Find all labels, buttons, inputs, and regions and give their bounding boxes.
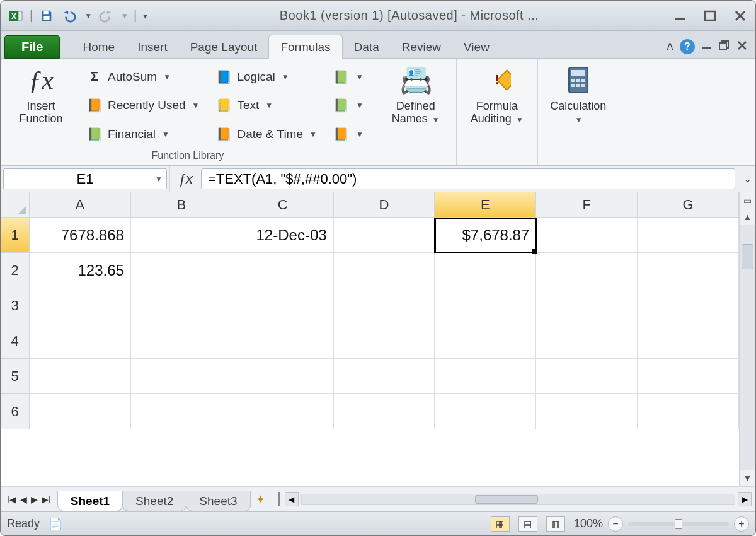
cell-C3[interactable] xyxy=(232,288,334,323)
financial-button[interactable]: 📗Financial ▼ xyxy=(84,125,202,144)
cell-A5[interactable] xyxy=(30,359,131,394)
workbook-minimize-icon[interactable] xyxy=(701,40,713,54)
hscroll-left-icon[interactable]: ◀ xyxy=(285,492,299,506)
tab-page-layout[interactable]: Page Layout xyxy=(179,35,269,58)
formula-auditing-button[interactable]: ! FormulaAuditing ▼ xyxy=(466,62,529,149)
column-header-E[interactable]: E xyxy=(435,192,536,218)
cell-E2[interactable] xyxy=(435,253,536,288)
formula-bar-expand-icon[interactable]: ⌄ xyxy=(739,166,755,192)
cell-E1[interactable]: $7,678.87 xyxy=(435,218,536,253)
tab-formulas[interactable]: Formulas xyxy=(268,35,342,59)
cell-F3[interactable] xyxy=(536,288,638,323)
sheet-tab-sheet1[interactable]: Sheet1 xyxy=(57,491,123,511)
hscroll-right-icon[interactable]: ▶ xyxy=(738,492,752,506)
cell-F2[interactable] xyxy=(536,253,638,288)
tab-insert[interactable]: Insert xyxy=(126,35,179,58)
help-button[interactable]: ? xyxy=(680,39,695,54)
sheet-nav-first-icon[interactable]: I◀ xyxy=(7,494,16,504)
cell-E4[interactable] xyxy=(435,323,536,359)
row-header-1[interactable]: 1 xyxy=(1,218,30,253)
cell-F5[interactable] xyxy=(536,359,638,394)
sheet-nav-next-icon[interactable]: ▶ xyxy=(31,494,38,504)
zoom-in-button[interactable]: + xyxy=(734,516,749,532)
cell-D6[interactable] xyxy=(334,394,435,429)
cell-G3[interactable] xyxy=(638,288,739,323)
sheet-tab-sheet2[interactable]: Sheet2 xyxy=(122,491,186,511)
hscroll-thumb[interactable] xyxy=(475,495,538,504)
cell-G5[interactable] xyxy=(638,359,739,394)
column-header-F[interactable]: F xyxy=(536,192,638,218)
horizontal-scrollbar[interactable]: ┃ ◀ ▶ xyxy=(272,492,755,506)
calculation-button[interactable]: Calculation▼ xyxy=(547,62,610,149)
zoom-out-button[interactable]: − xyxy=(608,516,623,532)
column-header-D[interactable]: D xyxy=(334,192,435,218)
column-header-A[interactable]: A xyxy=(30,192,131,218)
hscroll-track[interactable] xyxy=(301,494,735,505)
math-trig-button[interactable]: 📗▼ xyxy=(331,96,366,115)
cell-G4[interactable] xyxy=(638,323,739,359)
redo-button[interactable] xyxy=(97,7,115,25)
select-all-corner[interactable] xyxy=(1,192,30,218)
sheet-tab-sheet3[interactable]: Sheet3 xyxy=(186,491,250,511)
row-header-4[interactable]: 4 xyxy=(1,323,30,359)
new-sheet-button[interactable]: ✦ xyxy=(250,492,272,506)
date-time-button[interactable]: 📙Date & Time ▼ xyxy=(213,125,319,144)
scroll-up-icon[interactable]: ▲ xyxy=(740,209,755,225)
maximize-button[interactable] xyxy=(701,7,719,25)
cell-G2[interactable] xyxy=(638,253,739,288)
view-normal-button[interactable]: ▦ xyxy=(491,516,510,532)
scroll-track[interactable] xyxy=(740,225,755,470)
cell-D3[interactable] xyxy=(334,288,435,323)
cell-F4[interactable] xyxy=(536,323,638,359)
close-button[interactable] xyxy=(731,7,749,25)
cell-B5[interactable] xyxy=(131,359,232,394)
cell-A2[interactable]: 123.65 xyxy=(30,253,131,288)
view-page-layout-button[interactable]: ▤ xyxy=(518,516,537,532)
cell-A3[interactable] xyxy=(30,288,131,323)
lookup-ref-button[interactable]: 📗▼ xyxy=(331,67,366,86)
tab-view[interactable]: View xyxy=(452,35,501,58)
sheet-nav-last-icon[interactable]: ▶I xyxy=(42,494,51,504)
text-button[interactable]: 📒Text ▼ xyxy=(213,96,319,115)
workbook-restore-icon[interactable] xyxy=(719,40,730,54)
customize-qat-icon[interactable]: ▾ xyxy=(143,11,147,21)
cell-D2[interactable] xyxy=(334,253,435,288)
minimize-ribbon-icon[interactable]: ᐱ xyxy=(667,41,673,53)
tab-data[interactable]: Data xyxy=(343,35,391,58)
cell-B4[interactable] xyxy=(131,323,232,359)
row-header-5[interactable]: 5 xyxy=(1,359,30,394)
column-header-C[interactable]: C xyxy=(232,192,334,218)
cell-B3[interactable] xyxy=(131,288,232,323)
row-header-2[interactable]: 2 xyxy=(1,253,30,288)
cell-C6[interactable] xyxy=(232,394,334,429)
cell-C5[interactable] xyxy=(232,359,334,394)
cell-E5[interactable] xyxy=(435,359,536,394)
row-header-3[interactable]: 3 xyxy=(1,288,30,323)
cell-D1[interactable] xyxy=(334,218,435,253)
name-box[interactable]: E1 ▼ xyxy=(3,168,167,189)
autosum-button[interactable]: ΣAutoSum ▼ xyxy=(84,67,202,86)
cell-F1[interactable] xyxy=(536,218,638,253)
tab-review[interactable]: Review xyxy=(391,35,452,58)
column-header-B[interactable]: B xyxy=(131,192,232,218)
split-handle-icon[interactable]: ▭ xyxy=(740,192,755,209)
cell-C4[interactable] xyxy=(232,323,334,359)
formula-bar-input[interactable]: =TEXT(A1, "$#,##0.00") xyxy=(201,168,735,189)
macro-record-icon[interactable]: 📄 xyxy=(49,517,62,531)
vertical-scrollbar[interactable]: ▭ ▲ ▼ xyxy=(739,192,755,486)
cell-B1[interactable] xyxy=(131,218,232,253)
zoom-slider-knob[interactable] xyxy=(675,519,682,529)
scroll-down-icon[interactable]: ▼ xyxy=(740,470,755,486)
save-button[interactable] xyxy=(38,7,55,25)
zoom-level[interactable]: 100% xyxy=(574,517,603,530)
zoom-slider[interactable] xyxy=(628,522,729,526)
more-functions-button[interactable]: 📙▼ xyxy=(331,125,366,144)
defined-names-button[interactable]: 📇 DefinedNames ▼ xyxy=(384,62,447,149)
undo-dropdown-icon[interactable]: ▼ xyxy=(84,11,92,20)
cell-E3[interactable] xyxy=(435,288,536,323)
cell-A4[interactable] xyxy=(30,323,131,359)
logical-button[interactable]: 📘Logical ▼ xyxy=(213,67,319,86)
cell-B2[interactable] xyxy=(131,253,232,288)
redo-dropdown-icon[interactable]: ▼ xyxy=(121,11,129,20)
fx-label-icon[interactable]: ƒx xyxy=(169,166,201,192)
